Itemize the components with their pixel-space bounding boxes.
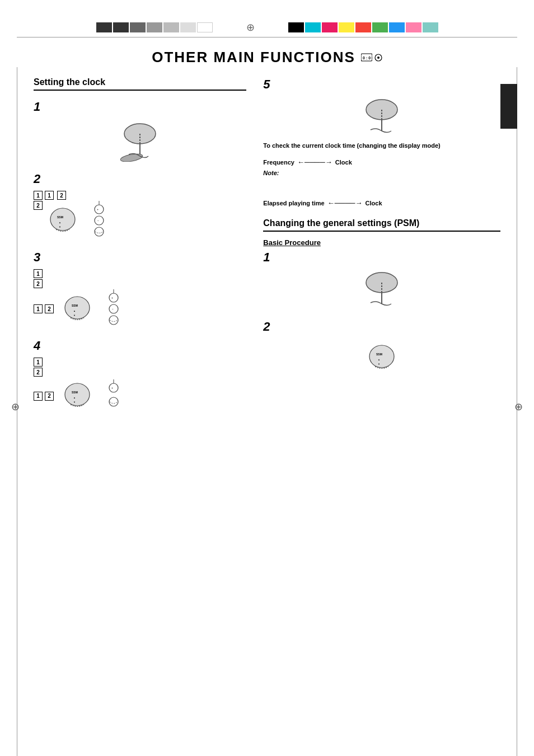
bar-color-3 bbox=[322, 22, 338, 32]
step-3-num-outer: 1 2 bbox=[34, 269, 43, 288]
basic-step-2-illustration: SSM ▲ ▼ bbox=[263, 340, 500, 376]
svg-point-12 bbox=[95, 205, 104, 214]
hand-press-svg-basic-1 bbox=[357, 270, 407, 309]
svg-text:SSM: SSM bbox=[72, 391, 78, 394]
setting-clock-title: Setting the clock bbox=[34, 77, 246, 91]
num-box-1b: 1 bbox=[45, 191, 54, 200]
svg-text:+: + bbox=[111, 296, 113, 299]
basic-step-1-number: 1 bbox=[263, 250, 500, 265]
step-3-block: 3 1 2 bbox=[34, 250, 246, 328]
page-container: ⊕ ⊕ ⊕ ⊕ OTHER MAIN FUNCTIONS bbox=[0, 22, 534, 756]
bar-seg-5 bbox=[163, 22, 179, 32]
knob-svg-2b: + − bbox=[87, 201, 112, 240]
bar-color-8 bbox=[406, 22, 421, 32]
step-3-box-1b: 1 bbox=[34, 304, 43, 313]
elapsed-label: Elapsed playing time bbox=[263, 200, 324, 206]
bar-color-4 bbox=[339, 22, 354, 32]
bar-color-9 bbox=[423, 22, 438, 32]
freq-clock-row: Frequency ←────→ Clock bbox=[263, 158, 500, 166]
step-3-box-2b: 2 bbox=[45, 304, 54, 313]
step-2-inner: 1 2 bbox=[45, 191, 112, 240]
changing-psm-title: Changing the general settings (PSM) bbox=[263, 218, 500, 232]
svg-text:▲: ▲ bbox=[73, 396, 76, 399]
bar-seg-1 bbox=[96, 22, 112, 32]
left-column: Setting the clock 1 bbox=[34, 77, 257, 424]
svg-point-15 bbox=[95, 216, 104, 225]
svg-point-28 bbox=[65, 383, 90, 406]
main-content: OTHER MAIN FUNCTIONS 0:00 Setting the cl… bbox=[0, 37, 534, 458]
svg-text:SSM: SSM bbox=[57, 215, 63, 219]
svg-point-27 bbox=[109, 316, 118, 325]
elapsed-clock-arrow: ←────→ bbox=[327, 199, 363, 207]
note-label: Note: bbox=[263, 170, 500, 176]
hand-ssm-svg-3a: SSM ▲ ▼ bbox=[59, 291, 96, 327]
svg-text:▲: ▲ bbox=[59, 221, 61, 224]
step-5-illustration bbox=[263, 97, 500, 137]
bar-seg-3 bbox=[130, 22, 146, 32]
step-4-box-1b: 1 bbox=[34, 392, 43, 401]
num-box-1: 1 bbox=[34, 191, 43, 200]
svg-point-35 bbox=[109, 397, 118, 406]
knob-svg-3b: + − bbox=[101, 289, 127, 328]
changing-psm-block: Changing the general settings (PSM) Basi… bbox=[263, 218, 500, 376]
basic-step-2-number: 2 bbox=[263, 320, 500, 334]
svg-text:▼: ▼ bbox=[73, 314, 76, 317]
clock-icon: 0:00 bbox=[361, 53, 372, 62]
step-3-num-inner2: 2 bbox=[45, 304, 54, 313]
step-2-num-col-inner2: 2 bbox=[57, 191, 66, 200]
step-3-illustrations: 1 2 1 2 bbox=[34, 269, 246, 328]
hand-ssm-svg-4a: SSM ▲ ▼ bbox=[59, 378, 96, 414]
step-4-box-2b: 2 bbox=[45, 392, 54, 401]
step-3-box-1: 1 bbox=[34, 269, 43, 278]
step-1-illustration bbox=[34, 120, 246, 162]
freq-clock-diagram: Frequency ←────→ Clock Note: Elapsed pla… bbox=[263, 158, 500, 207]
settings-icon bbox=[374, 54, 382, 62]
step-4-box-2: 2 bbox=[34, 368, 43, 377]
title-text: OTHER MAIN FUNCTIONS bbox=[152, 49, 355, 66]
step-4-number: 4 bbox=[34, 339, 246, 353]
num-box-2b: 2 bbox=[57, 191, 66, 200]
svg-text:SSM: SSM bbox=[72, 304, 78, 307]
step-5-block: 5 To check the current clock time (chang… bbox=[263, 77, 500, 207]
step-2-num-col-inner: 1 bbox=[45, 191, 54, 200]
step-4-box-1: 1 bbox=[34, 358, 43, 367]
svg-point-25 bbox=[109, 304, 118, 313]
freq-clock-arrow: ←────→ bbox=[297, 158, 332, 166]
step-3-number: 3 bbox=[34, 250, 246, 265]
svg-text:0:00: 0:00 bbox=[363, 56, 372, 60]
svg-point-32 bbox=[109, 383, 118, 392]
svg-point-42 bbox=[369, 345, 394, 368]
bar-seg-6 bbox=[180, 22, 196, 32]
step-4-num-inner2: 2 bbox=[45, 392, 54, 401]
svg-point-8 bbox=[50, 208, 75, 231]
basic-step-2-block: 2 SSM ▲ ▼ bbox=[263, 320, 500, 376]
knob-svg-4b: + bbox=[101, 379, 127, 413]
bar-seg-2 bbox=[113, 22, 129, 32]
clock-label: Clock bbox=[335, 159, 352, 166]
svg-text:▼: ▼ bbox=[59, 226, 61, 228]
title-icon: 0:00 bbox=[361, 53, 382, 62]
svg-text:−: − bbox=[112, 307, 114, 311]
bar-color-6 bbox=[372, 22, 388, 32]
step-2-number: 2 bbox=[34, 172, 246, 186]
svg-text:▲: ▲ bbox=[378, 358, 380, 361]
right-column: 5 To check the current clock time (chang… bbox=[257, 77, 500, 424]
step-4-illustrations: 1 2 1 2 bbox=[34, 358, 246, 414]
basic-step-1-illustration bbox=[263, 270, 500, 309]
bar-right bbox=[288, 22, 438, 32]
step-2-left: 1 2 1 2 bbox=[34, 191, 112, 240]
bar-seg-7 bbox=[197, 22, 213, 32]
step-4-num-outer: 1 2 bbox=[34, 358, 43, 377]
svg-text:▲: ▲ bbox=[73, 309, 76, 312]
elapsed-clock-row: Elapsed playing time ←────→ Clock bbox=[263, 199, 500, 207]
step-2-block: 2 1 2 1 bbox=[34, 172, 246, 240]
freq-label: Frequency bbox=[263, 159, 294, 166]
svg-text:▼: ▼ bbox=[378, 363, 380, 365]
step-5-number: 5 bbox=[263, 77, 500, 92]
basic-procedure-label: Basic Procedure bbox=[263, 238, 500, 247]
step-2-illustrations: 1 2 1 2 bbox=[34, 191, 246, 240]
step-3-num-inner: 1 bbox=[34, 304, 43, 313]
bar-color-2 bbox=[305, 22, 321, 32]
step-4-num-inner: 1 bbox=[34, 392, 43, 401]
step-2-num-col-outer: 1 2 bbox=[34, 191, 43, 210]
